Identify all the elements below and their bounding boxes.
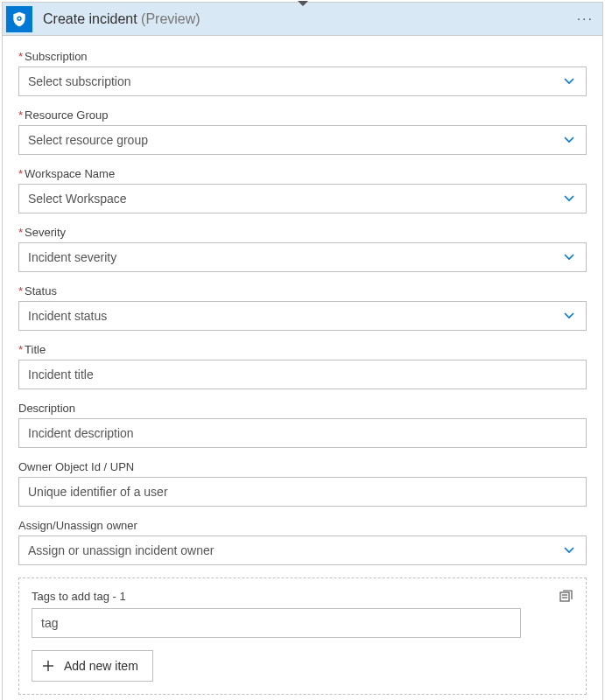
card-title-suffix: (Preview)	[141, 11, 200, 26]
subscription-select[interactable]: Select subscription	[18, 66, 587, 96]
more-menu-button[interactable]: ···	[577, 11, 594, 27]
severity-label: Severity	[18, 226, 587, 239]
owner-input[interactable]: Unique identifier of a user	[18, 477, 587, 507]
tags-header: Tags to add tag - 1	[32, 589, 573, 603]
assign-label: Assign/Unassign owner	[18, 519, 587, 532]
svg-rect-2	[560, 592, 569, 601]
assign-placeholder: Assign or unassign incident owner	[28, 543, 214, 557]
subscription-label: Subscription	[18, 50, 587, 63]
workspace-placeholder: Select Workspace	[28, 192, 127, 206]
tags-label: Tags to add tag - 1	[32, 590, 126, 603]
status-field: Status Incident status	[18, 284, 587, 331]
assign-select[interactable]: Assign or unassign incident owner	[18, 536, 587, 565]
chevron-down-icon	[563, 544, 575, 556]
tag-placeholder: tag	[41, 616, 58, 630]
chevron-down-icon	[563, 192, 575, 205]
tag-input[interactable]: tag	[32, 608, 521, 638]
dynamic-content-icon[interactable]	[559, 589, 573, 603]
severity-field: Severity Incident severity	[18, 226, 587, 272]
resource-group-field: Resource Group Select resource group	[18, 108, 587, 155]
subscription-field: Subscription Select subscription	[18, 50, 587, 96]
card-body: Subscription Select subscription Resourc…	[3, 36, 602, 700]
sentinel-shield-icon	[6, 6, 32, 32]
tags-section: Tags to add tag - 1 tag Add new item	[18, 578, 587, 695]
description-label: Description	[18, 402, 587, 415]
chevron-down-icon	[563, 251, 575, 263]
card-title: Create incident (Preview)	[43, 11, 200, 27]
resource-group-label: Resource Group	[18, 108, 587, 122]
description-input[interactable]: Incident description	[18, 418, 587, 448]
status-placeholder: Incident status	[28, 309, 107, 323]
workspace-label: Workspace Name	[18, 167, 587, 180]
chevron-down-icon	[563, 310, 575, 322]
title-field: Title Incident title	[18, 343, 587, 389]
assign-field: Assign/Unassign owner Assign or unassign…	[18, 519, 587, 565]
severity-placeholder: Incident severity	[28, 250, 116, 264]
plus-icon	[41, 659, 55, 673]
resource-group-select[interactable]: Select resource group	[18, 125, 587, 155]
subscription-placeholder: Select subscription	[28, 74, 131, 88]
card-title-main: Create incident	[43, 11, 137, 26]
owner-field: Owner Object Id / UPN Unique identifier …	[18, 460, 587, 507]
description-placeholder: Incident description	[28, 426, 134, 440]
workspace-select[interactable]: Select Workspace	[18, 184, 587, 214]
create-incident-card: Create incident (Preview) ··· Subscripti…	[2, 2, 603, 700]
resource-group-placeholder: Select resource group	[28, 133, 148, 147]
svg-point-1	[18, 18, 20, 19]
owner-label: Owner Object Id / UPN	[18, 460, 587, 473]
add-new-item-button[interactable]: Add new item	[32, 650, 153, 682]
add-new-item-label: Add new item	[64, 659, 138, 673]
collapse-caret-icon[interactable]	[298, 1, 308, 6]
title-input[interactable]: Incident title	[18, 360, 587, 389]
chevron-down-icon	[563, 75, 575, 88]
owner-placeholder: Unique identifier of a user	[28, 485, 168, 499]
card-header: Create incident (Preview) ···	[3, 3, 602, 36]
severity-select[interactable]: Incident severity	[18, 242, 587, 272]
title-placeholder: Incident title	[28, 368, 94, 382]
title-label: Title	[18, 343, 587, 356]
status-select[interactable]: Incident status	[18, 301, 587, 331]
chevron-down-icon	[563, 134, 575, 146]
workspace-field: Workspace Name Select Workspace	[18, 167, 587, 214]
status-label: Status	[18, 284, 587, 298]
description-field: Description Incident description	[18, 402, 587, 448]
